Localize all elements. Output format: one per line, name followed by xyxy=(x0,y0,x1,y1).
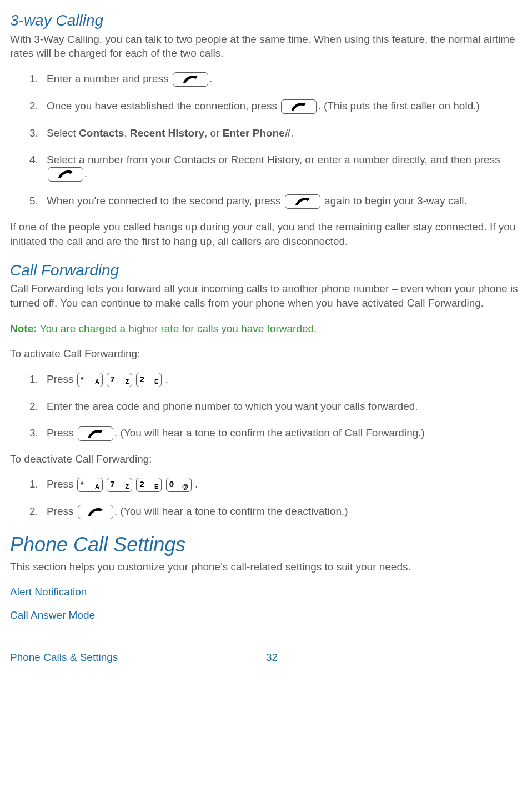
text: . (This puts the first caller on hold.) xyxy=(318,100,479,112)
text: When you're connected to the second part… xyxy=(47,195,284,207)
text: Press xyxy=(47,505,77,517)
deact-step-2: Press . (You will hear a tone to confirm… xyxy=(41,504,522,519)
text: . xyxy=(290,127,293,139)
step-2: Once you have established the connection… xyxy=(41,99,522,114)
act-step-2: Enter the area code and phone number to … xyxy=(41,399,522,414)
text: again to begin your 3-way call. xyxy=(322,195,467,207)
text: . xyxy=(84,168,87,179)
steps-activate: Press *A 7Z 2E . Enter the area code and… xyxy=(10,372,522,441)
call-key-icon xyxy=(281,99,317,114)
key-2: 2E xyxy=(136,373,162,387)
steps-3way: Enter a number and press . Once you have… xyxy=(10,72,522,209)
key-star: *A xyxy=(77,373,103,387)
key-2: 2E xyxy=(136,478,162,492)
text: . xyxy=(165,373,168,385)
step-4: Select a number from your Contacts or Re… xyxy=(41,153,522,182)
key-star: *A xyxy=(77,478,103,492)
outro-3way: If one of the people you called hangs up… xyxy=(10,220,522,248)
text: Press xyxy=(47,478,77,490)
link-call-answer-mode[interactable]: Call Answer Mode xyxy=(10,608,522,623)
key-7: 7Z xyxy=(107,373,132,387)
deact-step-1: Press *A 7Z 2E 0@ . xyxy=(41,477,522,492)
text: , or xyxy=(204,127,223,139)
link-alert-notification[interactable]: Alert Notification xyxy=(10,585,522,599)
footer-page-number: 32 xyxy=(266,650,278,665)
note: Note: You are charged a higher rate for … xyxy=(10,322,522,336)
bold-recent-history: Recent History xyxy=(130,127,204,139)
bold-contacts: Contacts xyxy=(79,127,124,139)
note-label: Note: xyxy=(10,323,37,334)
text: . (You will hear a tone to confirm the d… xyxy=(114,505,348,517)
intro-3way: With 3-Way Calling, you can talk to two … xyxy=(10,32,522,61)
call-key-icon xyxy=(78,426,113,441)
step-3: Select Contacts, Recent History, or Ente… xyxy=(41,126,522,140)
heading-phone-call-settings: Phone Call Settings xyxy=(10,531,522,559)
call-key-icon xyxy=(48,167,83,182)
key-7: 7Z xyxy=(107,478,132,492)
bold-enter-phone: Enter Phone# xyxy=(223,127,290,139)
activate-label: To activate Call Forwarding: xyxy=(10,347,522,361)
act-step-1: Press *A 7Z 2E . xyxy=(41,372,522,387)
footer-section: Phone Calls & Settings xyxy=(10,650,266,665)
text: . xyxy=(209,73,212,84)
footer: Phone Calls & Settings 32 xyxy=(10,650,522,665)
text: Press xyxy=(47,373,77,385)
text: , xyxy=(124,127,130,139)
call-key-icon xyxy=(173,72,208,87)
steps-deactivate: Press *A 7Z 2E 0@ . Press . (You will he… xyxy=(10,477,522,519)
heading-call-forwarding: Call Forwarding xyxy=(10,260,522,281)
step-5: When you're connected to the second part… xyxy=(41,194,522,209)
text: Once you have established the connection… xyxy=(47,100,280,112)
text: . xyxy=(195,478,198,490)
text: . (You will hear a tone to confirm the a… xyxy=(114,427,425,439)
call-key-icon xyxy=(285,194,320,209)
text: Select xyxy=(47,127,79,139)
note-text: You are charged a higher rate for calls … xyxy=(37,323,317,334)
intro-phone-call-settings: This section helps you customize your ph… xyxy=(10,560,522,574)
text: Select a number from your Contacts or Re… xyxy=(47,154,500,165)
intro-call-forwarding: Call Forwarding lets you forward all you… xyxy=(10,282,522,310)
act-step-3: Press . (You will hear a tone to confirm… xyxy=(41,426,522,441)
heading-3way-calling: 3-way Calling xyxy=(10,10,522,31)
call-key-icon xyxy=(78,505,113,519)
deactivate-label: To deactivate Call Forwarding: xyxy=(10,452,522,466)
key-0: 0@ xyxy=(166,478,192,492)
text: Press xyxy=(47,427,77,439)
step-1: Enter a number and press . xyxy=(41,72,522,87)
text: Enter a number and press xyxy=(47,73,172,84)
